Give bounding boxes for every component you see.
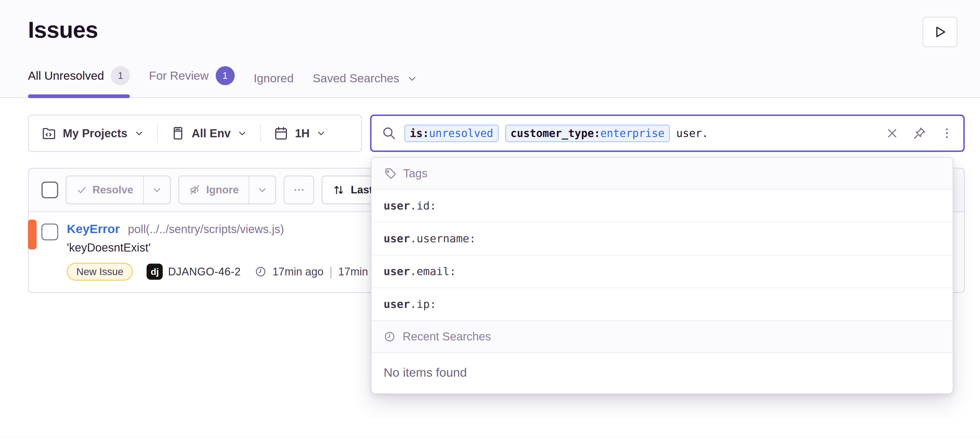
rest-text: .email: (410, 265, 456, 278)
chevron-down-icon (237, 128, 247, 138)
tag-suggestion-user-ip[interactable]: user.ip: (372, 287, 953, 320)
match-text: user (383, 200, 410, 212)
projects-filter-label: My Projects (63, 127, 127, 140)
issue-location: poll(../../sentry/scripts/views.js) (128, 223, 284, 236)
search-menu-button[interactable] (940, 127, 953, 140)
tag-suggestion-user-email[interactable]: user.email: (372, 255, 953, 287)
no-items-message: No items found (372, 353, 953, 394)
pin-search-button[interactable] (913, 126, 926, 140)
tab-for-review[interactable]: For Review 1 (149, 66, 234, 97)
resolve-dropdown-button[interactable] (143, 176, 170, 203)
tab-label: For Review (149, 69, 208, 83)
tag-suggestion-user-username[interactable]: user.username: (372, 222, 953, 255)
chevron-down-icon (316, 128, 326, 138)
tab-label: All Unresolved (28, 69, 104, 83)
project-badge[interactable]: dj DJANGO-46-2 (146, 263, 241, 280)
token-value: enterprise (600, 127, 664, 140)
environment-icon (170, 126, 185, 141)
play-button[interactable] (923, 17, 958, 47)
tag-icon (383, 167, 396, 180)
main-content: My Projects All Env (0, 98, 980, 437)
issue-times: 17min ago | 17min old (255, 265, 386, 279)
clear-search-button[interactable] (886, 127, 899, 140)
tab-count-badge: 1 (216, 66, 235, 85)
active-tab-underline (28, 94, 130, 98)
recent-searches-section-header: Recent Searches (372, 320, 953, 353)
ignore-button-label: Ignore (206, 184, 239, 196)
chevron-down-icon (406, 73, 418, 84)
filters-row: My Projects All Env (28, 114, 965, 152)
project-slug: DJANGO-46-2 (168, 266, 241, 278)
tab-bar: All Unresolved 1 For Review 1 Ignored Sa… (0, 66, 980, 98)
issue-body: KeyError poll(../../sentry/scripts/views… (67, 222, 386, 281)
issue-message: 'keyDoesntExist' (67, 241, 386, 254)
match-text: user (383, 265, 410, 278)
rest-text: .ip: (410, 298, 437, 311)
match-text: user (383, 232, 410, 245)
sort-arrows-icon (332, 184, 345, 196)
clock-icon (383, 331, 396, 343)
page-title: Issues (28, 17, 980, 43)
mute-icon (189, 184, 201, 196)
issue-title-link[interactable]: KeyError (67, 222, 120, 236)
chevron-down-icon (134, 128, 144, 138)
issue-stream: Resolve Ignore (28, 168, 965, 293)
issues-page: Issues All Unresolved 1 For Review 1 Ign… (0, 0, 980, 437)
ignore-split-button: Ignore (178, 176, 276, 204)
search-icon (381, 125, 397, 141)
tab-ignored[interactable]: Ignored (254, 71, 294, 97)
date-range-filter-label: 1H (295, 127, 310, 140)
environment-filter-label: All Env (192, 127, 231, 140)
page-header: Issues (0, 0, 980, 66)
error-level-indicator (28, 220, 37, 249)
search-token[interactable]: is:unresolved (404, 125, 499, 142)
tag-suggestion-user-id[interactable]: user.id: (372, 190, 953, 222)
ignore-button[interactable]: Ignore (179, 176, 248, 203)
resolve-button-label: Resolve (92, 184, 133, 196)
calendar-icon (274, 126, 288, 141)
tags-section-label: Tags (403, 167, 428, 180)
token-value: unresolved (429, 127, 493, 140)
resolve-button[interactable]: Resolve (67, 176, 143, 203)
divider: | (329, 265, 332, 279)
page-filter-bar: My Projects All Env (28, 114, 362, 152)
token-key: customer_type: (511, 127, 600, 140)
environment-filter[interactable]: All Env (158, 116, 260, 151)
recent-searches-label: Recent Searches (402, 330, 491, 343)
tags-section-header: Tags (372, 158, 953, 190)
issue-checkbox[interactable] (41, 224, 58, 240)
issue-age[interactable]: 17min ago (272, 266, 323, 278)
play-icon (932, 24, 947, 40)
projects-filter[interactable]: My Projects (29, 116, 157, 151)
new-issue-badge: New Issue (67, 263, 133, 281)
search-query: is:unresolved customer_type:enterprise u… (404, 125, 708, 142)
tab-count-badge: 1 (111, 66, 130, 85)
ignore-dropdown-button[interactable] (248, 176, 275, 203)
search-autocomplete-dropdown: Tags user.id: user.username: user.email:… (371, 157, 953, 394)
tab-all-unresolved[interactable]: All Unresolved 1 (28, 66, 130, 97)
token-key: is: (410, 127, 429, 140)
check-icon (76, 184, 87, 195)
match-text: user (383, 298, 410, 311)
more-actions-button[interactable] (284, 176, 314, 204)
tab-label: Ignored (254, 71, 294, 85)
rest-text: .username: (410, 232, 476, 245)
resolve-split-button: Resolve (66, 176, 171, 204)
tab-saved-searches[interactable]: Saved Searches (313, 71, 418, 97)
search-input[interactable]: is:unresolved customer_type:enterprise u… (370, 114, 965, 152)
date-range-filter[interactable]: 1H (261, 116, 339, 151)
rest-text: .id: (410, 200, 437, 212)
projects-icon (41, 126, 56, 141)
search-typed-text: user. (676, 127, 708, 140)
clock-icon (255, 266, 267, 278)
search-token[interactable]: customer_type:enterprise (505, 125, 670, 142)
search-actions (886, 126, 953, 140)
tab-label: Saved Searches (313, 71, 399, 85)
django-platform-icon: dj (146, 263, 163, 280)
select-all-checkbox[interactable] (41, 182, 58, 198)
